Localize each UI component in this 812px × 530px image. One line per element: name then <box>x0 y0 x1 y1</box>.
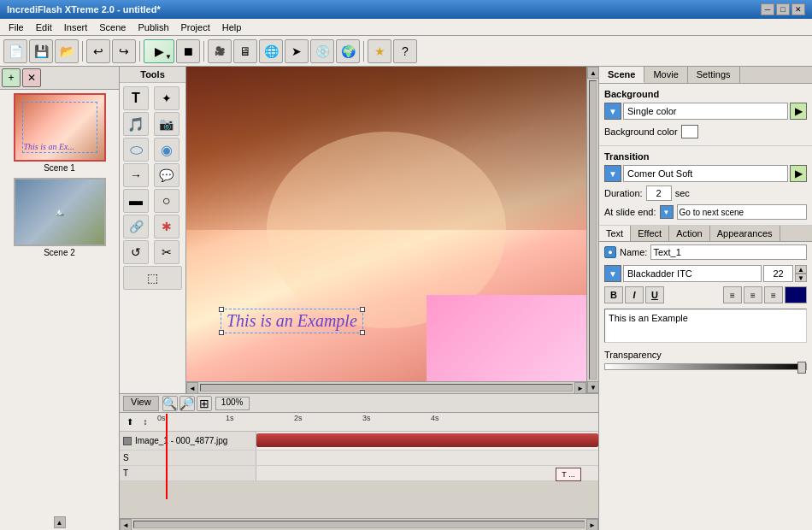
slide-end-select[interactable]: Go to next scene <box>677 204 807 220</box>
canvas-text-box[interactable]: This is an Example <box>221 309 363 333</box>
link-tool[interactable]: 🔗 <box>123 215 149 238</box>
menu-help[interactable]: Help <box>217 21 247 33</box>
open-button[interactable]: 📂 <box>55 39 79 63</box>
scroll-down-canvas[interactable]: ▼ <box>587 381 598 393</box>
circle-tool[interactable]: ○ <box>154 189 179 213</box>
globe-button[interactable]: 🌐 <box>259 39 283 63</box>
zoom-input[interactable]: 100% <box>215 397 250 410</box>
photo-tool[interactable]: 📷 <box>154 112 179 136</box>
save-button[interactable]: 💾 <box>29 39 53 63</box>
font-size-input[interactable] <box>763 265 793 282</box>
view-button[interactable]: View <box>123 396 159 411</box>
transparency-slider[interactable] <box>604 363 807 370</box>
handle-bl[interactable] <box>219 330 224 335</box>
world-button[interactable]: 🌍 <box>336 39 360 63</box>
transition-go[interactable]: ▶ <box>790 165 807 182</box>
bubble-tool[interactable]: 💬 <box>154 163 179 187</box>
menu-insert[interactable]: Insert <box>59 21 93 33</box>
scroll-up-button[interactable]: ▲ <box>54 516 66 528</box>
scene-item-2[interactable]: 🏔️ Scene 2 <box>3 178 115 257</box>
scene-item-1[interactable]: This is an Ex... Scene 1 <box>3 93 115 173</box>
visibility-icon[interactable]: ● <box>604 246 616 258</box>
rounded-rect-tool[interactable]: ▬ <box>123 189 149 213</box>
tl-icon-2[interactable]: ↕ <box>138 415 152 429</box>
font-size-down[interactable]: ▼ <box>795 274 807 282</box>
tl-scroll-right[interactable]: ► <box>586 519 598 530</box>
transition-type-select[interactable]: Comer Out Soft <box>623 165 788 182</box>
add-scene-button[interactable]: + <box>2 68 21 87</box>
minimize-button[interactable]: ─ <box>761 3 774 15</box>
menu-publish[interactable]: Publish <box>132 21 174 33</box>
handle-tr[interactable] <box>360 307 365 312</box>
name-input[interactable] <box>650 244 807 260</box>
canvas-v-scroll[interactable]: ▲ ▼ <box>586 67 598 393</box>
transparency-thumb[interactable] <box>797 362 806 374</box>
timeline-h-scroll[interactable]: ◄ ► <box>120 518 598 530</box>
close-button[interactable]: ✕ <box>791 3 805 15</box>
menu-project[interactable]: Project <box>176 21 215 33</box>
tab-scene[interactable]: Scene <box>599 67 644 83</box>
text-color-swatch[interactable] <box>785 286 807 303</box>
background-color-picker[interactable] <box>681 125 698 138</box>
oval-tool[interactable]: ⬭ <box>123 138 149 162</box>
scissors-tool[interactable]: ✂ <box>154 240 179 264</box>
tab-settings[interactable]: Settings <box>688 67 740 83</box>
tl-scrollbar-thumb[interactable] <box>133 521 585 528</box>
zoom-in-button[interactable]: 🔎 <box>179 396 195 411</box>
text-tool[interactable]: T <box>123 86 149 110</box>
stop-button[interactable]: ⏹ <box>176 39 200 63</box>
font-select[interactable]: Blackadder ITC <box>623 265 762 282</box>
align-right-button[interactable]: ≡ <box>764 286 783 303</box>
scroll-left-button[interactable]: ◄ <box>186 382 198 393</box>
arrow-button[interactable]: ➤ <box>285 39 309 63</box>
sub-tab-text[interactable]: Text <box>599 226 631 241</box>
music-tool[interactable]: 🎵 <box>123 112 149 136</box>
image-clip[interactable] <box>256 433 598 447</box>
delete-scene-button[interactable]: ✕ <box>22 68 41 87</box>
select-tool[interactable]: ✦ <box>154 86 179 110</box>
sub-tab-appearances[interactable]: Appearances <box>710 226 780 241</box>
window-controls[interactable]: ─ □ ✕ <box>761 3 805 15</box>
sub-tab-action[interactable]: Action <box>669 226 710 241</box>
zoom-out-button[interactable]: 🔍 <box>162 396 178 411</box>
tl-icon-1[interactable]: ⬆ <box>123 415 137 429</box>
align-left-button[interactable]: ≡ <box>723 286 742 303</box>
handle-tl[interactable] <box>219 307 224 312</box>
text-preview[interactable]: This is an Example <box>604 309 807 343</box>
slide-end-arrow[interactable]: ▼ <box>660 205 674 219</box>
record-button[interactable]: 🎥 <box>208 39 232 63</box>
underline-button[interactable]: U <box>645 286 664 303</box>
rotate-tool[interactable]: ↺ <box>123 240 149 264</box>
transition-arrow[interactable]: ▼ <box>604 165 621 182</box>
effect-tool[interactable]: ✱ <box>154 215 179 238</box>
star-button[interactable]: ★ <box>368 39 391 63</box>
background-type-arrow[interactable]: ▼ <box>604 103 621 120</box>
new-button[interactable]: 📄 <box>3 39 27 63</box>
scroll-up-canvas[interactable]: ▲ <box>587 67 598 79</box>
scroll-right-button[interactable]: ► <box>574 382 586 393</box>
h-scrollbar-thumb[interactable] <box>200 384 573 392</box>
font-size-up[interactable]: ▲ <box>795 265 807 274</box>
undo-button[interactable]: ↩ <box>86 39 110 63</box>
canvas-h-scroll[interactable]: ◄ ► <box>186 381 586 393</box>
fit-button[interactable]: ⊞ <box>197 396 212 411</box>
menu-edit[interactable]: Edit <box>31 21 57 33</box>
rect-tool[interactable]: ◉ <box>154 138 179 162</box>
tl-scroll-left[interactable]: ◄ <box>120 519 132 530</box>
sub-tab-effect[interactable]: Effect <box>631 226 669 241</box>
help-button[interactable]: ? <box>393 39 417 63</box>
duration-input[interactable] <box>646 186 672 201</box>
playhead[interactable] <box>166 414 168 499</box>
redo-button[interactable]: ↪ <box>112 39 136 63</box>
bold-button[interactable]: B <box>604 286 623 303</box>
menu-file[interactable]: File <box>3 21 29 33</box>
menu-scene[interactable]: Scene <box>94 21 131 33</box>
play-button[interactable]: ▶▼ <box>144 39 174 63</box>
background-type-select[interactable]: Single color <box>623 103 788 120</box>
connect-tool[interactable]: ⬚ <box>123 266 182 290</box>
handle-br[interactable] <box>360 330 365 335</box>
font-arrow[interactable]: ▼ <box>604 265 621 282</box>
arrow-tool[interactable]: → <box>123 163 149 187</box>
text-clip[interactable]: T ... <box>556 468 581 481</box>
disc-button[interactable]: 💿 <box>310 39 334 63</box>
